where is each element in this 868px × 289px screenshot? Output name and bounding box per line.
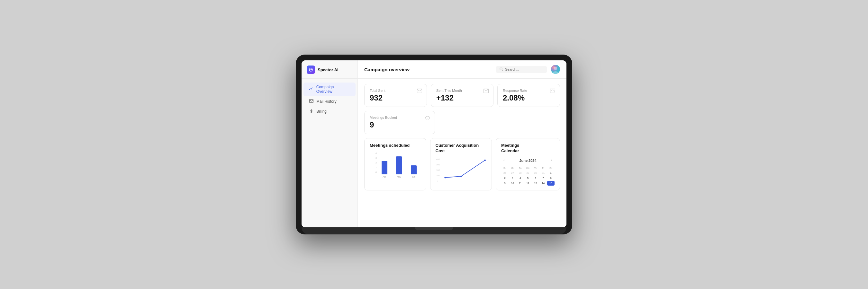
cal-day-14[interactable]: 14 — [539, 181, 547, 186]
bar-label-apr: Apr — [382, 176, 386, 178]
total-sent-value: 932 — [370, 94, 422, 102]
response-rate-value: 2.08% — [503, 94, 555, 102]
cal-header-tu: Tu — [517, 166, 524, 170]
bar-chart-area: 4 3 2 1 0 Apr — [370, 152, 421, 178]
svg-text:200: 200 — [436, 169, 440, 172]
svg-text:100: 100 — [436, 174, 440, 177]
sidebar-item-campaign-overview[interactable]: Campaign Overview — [304, 82, 355, 96]
bottom-row: Meetings scheduled 4 3 2 1 0 — [364, 138, 560, 190]
svg-text:300: 300 — [436, 164, 440, 166]
y-axis: 4 3 2 1 0 — [370, 152, 377, 173]
line-chart-area: 400 300 200 100 0 — [436, 158, 487, 183]
cal-header-fr: Fr — [539, 166, 547, 170]
sent-month-label: Sent This Month — [436, 88, 488, 93]
cal-day-11[interactable]: 11 — [517, 181, 524, 186]
bar-group-may: May — [392, 156, 406, 178]
response-rate-label: Response Rate — [503, 88, 555, 93]
svg-point-15 — [444, 177, 446, 178]
cal-day-2[interactable]: 2 — [501, 176, 508, 180]
stats-row-2: Meetings Booked 9 — [364, 111, 560, 134]
topbar: Campaign overview — [358, 60, 566, 79]
cal-day-28-prev[interactable]: 28 — [517, 171, 524, 175]
stat-card-sent-month: Sent This Month +132 — [431, 84, 494, 107]
stat-card-meetings-booked: Meetings Booked 9 — [364, 111, 435, 134]
meetings-scheduled-title: Meetings scheduled — [370, 143, 421, 148]
sent-month-icon — [484, 88, 489, 94]
cal-day-8[interactable]: 8 — [547, 176, 555, 180]
sidebar-item-label-campaign: Campaign Overview — [316, 85, 350, 94]
calendar-title: MeetingsCalendar — [501, 143, 555, 154]
sidebar: Spector AI Campaign Overview — [302, 60, 358, 227]
laptop-screen: Spector AI Campaign Overview — [302, 60, 566, 227]
svg-point-0 — [309, 68, 312, 71]
calendar-grid: Su Mo Tu We Th Fr Sa 26 27 28 29 — [501, 166, 555, 186]
chart-icon — [309, 87, 314, 92]
svg-point-16 — [460, 175, 462, 177]
dollar-icon — [309, 109, 314, 114]
meetings-booked-label: Meetings Booked — [370, 116, 430, 119]
stats-row-1: Total Sent 932 Sent This Month +13 — [364, 84, 560, 107]
cal-day-27-prev[interactable]: 27 — [509, 171, 516, 175]
bar-group-apr: Apr — [377, 161, 392, 178]
cal-day-26-prev[interactable]: 26 — [501, 171, 508, 175]
bar-jun — [411, 166, 416, 174]
cal-day-29-prev[interactable]: 29 — [524, 171, 532, 175]
cal-header-su: Su — [501, 166, 508, 170]
bar-apr — [381, 161, 388, 174]
meetings-calendar-card: MeetingsCalendar ‹ June 2024 › Su Mo Tu … — [496, 138, 560, 190]
cal-header-mo: Mo — [509, 166, 516, 170]
cal-day-1[interactable]: 1 — [547, 171, 555, 175]
cal-day-15-today[interactable]: 15 — [547, 181, 555, 186]
meetings-scheduled-card: Meetings scheduled 4 3 2 1 0 — [364, 138, 426, 190]
line-chart-svg: 400 300 200 100 0 — [436, 158, 487, 183]
calendar-header: ‹ June 2024 › — [501, 158, 555, 164]
cal-day-31-prev[interactable]: 31 — [539, 171, 547, 175]
page-title: Campaign overview — [364, 67, 409, 72]
search-icon — [500, 67, 503, 72]
sidebar-app-name: Spector AI — [318, 67, 339, 72]
search-box[interactable] — [496, 66, 547, 73]
meetings-booked-icon — [425, 116, 430, 121]
acquisition-cost-title: Customer Acquisition Cost — [436, 143, 487, 154]
calendar-prev-button[interactable]: ‹ — [501, 158, 507, 164]
search-input[interactable] — [505, 67, 543, 71]
svg-point-2 — [500, 68, 502, 70]
bar-chart-inner: Apr May Jun — [370, 155, 421, 178]
svg-point-17 — [484, 159, 486, 161]
calendar-month-label: June 2024 — [519, 158, 536, 162]
svg-line-3 — [502, 70, 503, 71]
sidebar-logo: Spector AI — [302, 60, 358, 79]
cal-day-7[interactable]: 7 — [539, 176, 547, 180]
sidebar-item-mail-history[interactable]: Mail History — [304, 97, 355, 106]
laptop-frame: Spector AI Campaign Overview — [296, 55, 572, 234]
cal-day-30-prev[interactable]: 30 — [532, 171, 539, 175]
cal-day-9[interactable]: 9 — [501, 181, 508, 186]
stat-card-response-rate: Response Rate 2.08% — [497, 84, 560, 107]
sidebar-item-label-billing: Billing — [316, 109, 327, 114]
svg-text:0: 0 — [437, 180, 438, 182]
acquisition-cost-card: Customer Acquisition Cost 400 300 200 10… — [430, 138, 492, 190]
cal-day-10[interactable]: 10 — [509, 181, 516, 186]
cal-day-5[interactable]: 5 — [524, 176, 532, 180]
total-sent-label: Total Sent — [370, 88, 422, 93]
content-area: Total Sent 932 Sent This Month +13 — [358, 79, 566, 227]
cal-day-4[interactable]: 4 — [517, 176, 524, 180]
cal-header-sa: Sa — [547, 166, 555, 170]
laptop-base — [302, 227, 566, 234]
bar-group-jun: Jun — [407, 166, 421, 178]
mail-icon — [309, 99, 314, 104]
bar-may — [396, 156, 402, 174]
meetings-booked-value: 9 — [370, 121, 430, 129]
sidebar-item-billing[interactable]: Billing — [304, 107, 355, 116]
cal-day-12[interactable]: 12 — [524, 181, 532, 186]
total-sent-icon — [417, 88, 422, 94]
calendar-next-button[interactable]: › — [549, 158, 555, 164]
sent-month-value: +132 — [436, 94, 488, 102]
main-content: Campaign overview — [358, 60, 566, 227]
cal-day-13[interactable]: 13 — [532, 181, 539, 186]
cal-day-6[interactable]: 6 — [532, 176, 539, 180]
response-rate-icon — [550, 88, 555, 94]
sidebar-item-label-mail: Mail History — [316, 99, 337, 104]
cal-day-3[interactable]: 3 — [509, 176, 516, 180]
bar-label-jun: Jun — [412, 176, 415, 178]
